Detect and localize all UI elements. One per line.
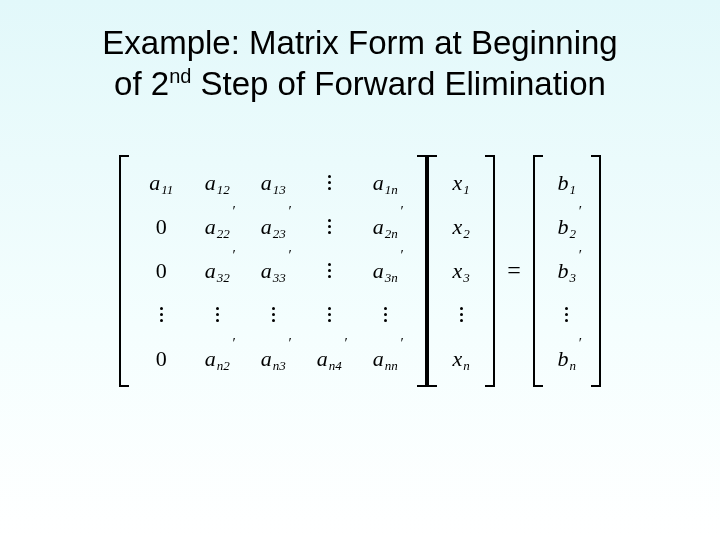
vector-x: x1 x2 x3 xn	[427, 155, 495, 387]
A-r4c1	[133, 307, 189, 322]
x-r5: xn	[441, 348, 481, 370]
matrix-A: a11 a12 a13 a1n 0 a22′ a23′ a2n′ 0 a32′ …	[119, 155, 427, 387]
vector-x-body: x1 x2 x3 xn	[437, 155, 485, 387]
A-r4c5	[357, 307, 413, 322]
A-r3c2: a32′	[189, 260, 245, 282]
A-r5c1: 0	[133, 348, 189, 370]
A-r1c2: a12	[189, 172, 245, 194]
A-r2c1: 0	[133, 216, 189, 238]
b-r1: b1	[547, 172, 587, 194]
b-r2: b2′	[547, 216, 587, 238]
x-r1: x1	[441, 172, 481, 194]
bracket-left	[427, 155, 437, 387]
A-r2c4	[301, 219, 357, 234]
A-r2c3: a23′	[245, 216, 301, 238]
x-r2: x2	[441, 216, 481, 238]
vector-b: b1 b2′ b3′ bn′	[533, 155, 601, 387]
matrix-A-body: a11 a12 a13 a1n 0 a22′ a23′ a2n′ 0 a32′ …	[129, 155, 417, 387]
bracket-left	[119, 155, 129, 387]
vector-b-body: b1 b2′ b3′ bn′	[543, 155, 591, 387]
b-r4	[547, 307, 587, 322]
title-line1: Example: Matrix Form at Beginning	[102, 24, 617, 61]
slide-title: Example: Matrix Form at Beginning of 2nd…	[30, 22, 690, 105]
A-r5c2: an2′	[189, 348, 245, 370]
A-r5c5: ann′	[357, 348, 413, 370]
A-r4c4	[301, 307, 357, 322]
slide: Example: Matrix Form at Beginning of 2nd…	[0, 0, 720, 540]
title-line2-pre: of 2	[114, 65, 169, 102]
b-r3: b3′	[547, 260, 587, 282]
title-superscript: nd	[169, 65, 191, 87]
x-r4	[441, 307, 481, 322]
bracket-left	[533, 155, 543, 387]
matrix-equation: a11 a12 a13 a1n 0 a22′ a23′ a2n′ 0 a32′ …	[30, 155, 690, 387]
A-r1c4	[301, 175, 357, 190]
A-r2c5: a2n′	[357, 216, 413, 238]
bracket-right	[417, 155, 427, 387]
A-r1c3: a13	[245, 172, 301, 194]
A-r4c2	[189, 307, 245, 322]
A-r5c4: an4′	[301, 348, 357, 370]
A-r3c1: 0	[133, 260, 189, 282]
A-r1c1: a11	[133, 172, 189, 194]
title-line2-post: Step of Forward Elimination	[191, 65, 606, 102]
bracket-right	[591, 155, 601, 387]
equals-sign: =	[507, 257, 521, 284]
A-r1c5: a1n	[357, 172, 413, 194]
x-r3: x3	[441, 260, 481, 282]
bracket-right	[485, 155, 495, 387]
A-r4c3	[245, 307, 301, 322]
A-r3c3: a33′	[245, 260, 301, 282]
A-r3c4	[301, 263, 357, 278]
A-r2c2: a22′	[189, 216, 245, 238]
A-r5c3: an3′	[245, 348, 301, 370]
b-r5: bn′	[547, 348, 587, 370]
A-r3c5: a3n′	[357, 260, 413, 282]
